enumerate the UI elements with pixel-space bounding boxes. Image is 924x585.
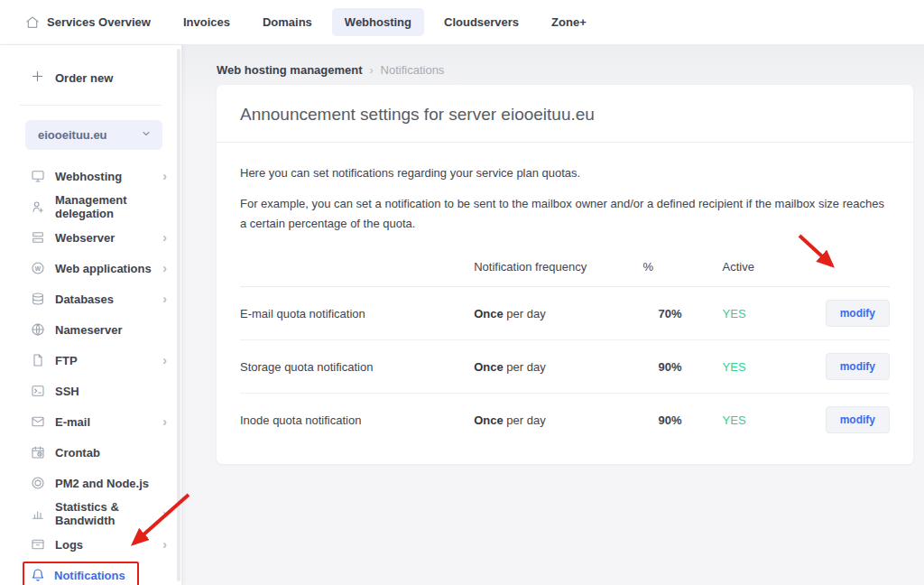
chevron-right-icon: › xyxy=(162,354,167,367)
sidebar-item-management-delegation[interactable]: Management delegation xyxy=(0,191,181,222)
nav-item-cloudservers[interactable]: Cloudservers xyxy=(431,8,531,36)
sidebar-item-crontab[interactable]: Crontab xyxy=(0,437,181,468)
table-row: Storage quota notification Once per day … xyxy=(240,340,890,394)
header-active: Active xyxy=(682,255,760,287)
server-selector-dropdown[interactable]: eiooeituu.eu xyxy=(25,120,162,150)
chevron-right-icon: › xyxy=(162,538,167,551)
database-icon xyxy=(31,292,45,306)
chevron-right-icon: › xyxy=(162,262,167,274)
row-active: YES xyxy=(682,287,760,340)
nav-item-domains[interactable]: Domains xyxy=(250,8,325,36)
sidebar-item-notifications[interactable]: Notifications xyxy=(0,560,181,585)
sidebar-item-label: Logs xyxy=(55,538,83,552)
sidebar-item-ftp[interactable]: FTP › xyxy=(0,345,181,376)
sidebar-scrollbar[interactable] xyxy=(177,49,180,581)
breadcrumb-parent[interactable]: Web hosting management xyxy=(217,63,363,77)
sidebar-item-databases[interactable]: Databases › xyxy=(0,283,181,314)
archive-icon xyxy=(31,537,45,552)
sidebar-item-label: SSH xyxy=(55,385,79,398)
modify-button[interactable]: modify xyxy=(826,406,890,433)
breadcrumb: Web hosting management › Notifications xyxy=(217,63,913,77)
nav-label: Domains xyxy=(263,15,312,29)
modify-button[interactable]: modify xyxy=(826,300,890,327)
nav-label: Services Overview xyxy=(47,15,151,29)
sidebar-divider xyxy=(20,105,162,106)
status-badge: YES xyxy=(723,360,746,374)
chevron-right-icon: › xyxy=(162,170,167,182)
sidebar-item-label: PM2 and Node.js xyxy=(55,477,149,490)
nav-label: Invoices xyxy=(183,15,230,29)
envelope-icon xyxy=(31,414,45,429)
row-name: E-mail quota notification xyxy=(240,287,474,340)
description: Here you can set notifications regarding… xyxy=(240,163,890,233)
bell-icon xyxy=(31,568,45,582)
nav-item-zone-plus[interactable]: Zone+ xyxy=(539,8,599,36)
page-title: Announcement settings for server eiooeit… xyxy=(240,105,890,125)
sidebar-item-label: Notifications xyxy=(54,569,125,582)
sidebar-item-label: Databases xyxy=(55,292,114,306)
chevron-right-icon: › xyxy=(162,231,167,244)
nav-label: Zone+ xyxy=(551,15,587,29)
breadcrumb-current: Notifications xyxy=(381,63,445,77)
table-row: E-mail quota notification Once per day 7… xyxy=(240,287,890,340)
description-line-2: For example, you can set a notification … xyxy=(240,194,890,233)
order-new-label: Order new xyxy=(55,71,113,85)
sidebar-item-logs[interactable]: Logs › xyxy=(0,529,181,560)
sidebar-item-label: Statistics & Bandwidth xyxy=(55,500,162,527)
home-icon xyxy=(25,15,40,30)
nodejs-icon xyxy=(31,476,45,490)
sidebar-item-webserver[interactable]: Webserver › xyxy=(0,222,181,253)
sidebar-menu: Webhosting › Management delegation Webse… xyxy=(0,161,181,585)
top-navigation: Services Overview Invoices Domains Webho… xyxy=(0,0,924,45)
monitor-icon xyxy=(31,169,45,183)
bar-chart-icon xyxy=(31,506,45,521)
chevron-right-icon: › xyxy=(162,415,167,428)
terminal-icon xyxy=(31,384,45,398)
nav-item-services-overview[interactable]: Services Overview xyxy=(13,8,163,37)
sidebar-item-nameserver[interactable]: Nameserver xyxy=(0,314,181,345)
row-frequency: Once per day xyxy=(474,287,642,340)
row-name: Inode quota notification xyxy=(240,394,474,440)
row-percent: 70% xyxy=(642,287,681,340)
modify-button[interactable]: modify xyxy=(826,353,890,380)
row-name: Storage quota notification xyxy=(240,340,474,394)
sidebar-item-email[interactable]: E-mail › xyxy=(0,406,181,437)
row-percent: 90% xyxy=(642,394,681,440)
table-row: Inode quota notification Once per day 90… xyxy=(240,394,890,440)
row-active: YES xyxy=(682,340,760,394)
sidebar: Order new eiooeituu.eu Webhosting › Mana… xyxy=(0,45,181,585)
row-action: modify xyxy=(760,287,890,340)
file-icon xyxy=(31,353,45,367)
nav-label: Cloudservers xyxy=(444,15,519,29)
sidebar-item-ssh[interactable]: SSH xyxy=(0,376,181,406)
row-action: modify xyxy=(760,394,890,440)
row-frequency: Once per day xyxy=(474,340,642,394)
sidebar-item-webhosting[interactable]: Webhosting › xyxy=(0,161,181,191)
calendar-icon xyxy=(31,445,45,460)
row-frequency: Once per day xyxy=(474,394,642,440)
sidebar-item-statistics-bandwidth[interactable]: Statistics & Bandwidth › xyxy=(0,498,181,529)
sidebar-item-pm2-nodejs[interactable]: PM2 and Node.js xyxy=(0,468,181,498)
wordpress-icon: W xyxy=(31,261,45,275)
sidebar-item-web-applications[interactable]: W Web applications › xyxy=(0,253,181,283)
header-name xyxy=(240,255,474,287)
sidebar-item-label: Web applications xyxy=(55,262,152,275)
sidebar-item-label: E-mail xyxy=(55,415,90,429)
row-percent: 90% xyxy=(642,340,681,394)
chevron-right-icon: › xyxy=(162,292,167,305)
dns-globe-icon xyxy=(31,322,45,337)
sidebar-item-label: FTP xyxy=(55,354,78,367)
header-percent: % xyxy=(642,255,681,287)
card-title-row: Announcement settings for server eiooeit… xyxy=(217,85,913,143)
nav-item-invoices[interactable]: Invoices xyxy=(171,8,243,36)
svg-text:W: W xyxy=(35,265,42,272)
status-badge: YES xyxy=(723,307,746,320)
order-new-button[interactable]: Order new xyxy=(0,45,181,105)
header-frequency: Notification frequency xyxy=(474,255,642,287)
quota-notifications-table: Notification frequency % Active E-mail q… xyxy=(240,255,890,439)
announcement-settings-card: Announcement settings for server eiooeit… xyxy=(217,85,913,464)
nav-item-webhosting[interactable]: Webhosting xyxy=(332,8,424,36)
chevron-down-icon xyxy=(141,128,152,142)
header-action xyxy=(760,255,890,287)
description-line-1: Here you can set notifications regarding… xyxy=(240,163,890,182)
